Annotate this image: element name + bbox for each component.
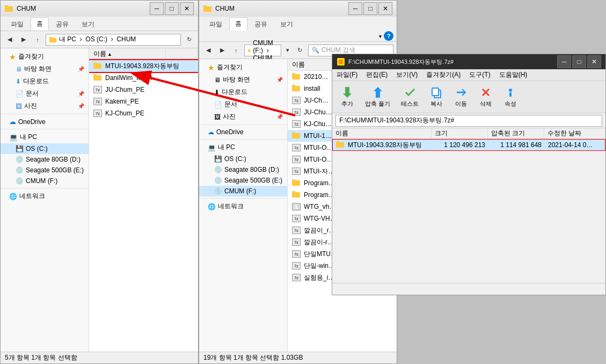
sidebar2-download[interactable]: ⬇ 다운로드: [199, 86, 287, 98]
sidebar1-seagate500[interactable]: 💿 Seagate 500GB (E:): [1, 165, 89, 176]
window1-address-path[interactable]: 내 PC › OS (C:) › CHUM: [46, 34, 181, 46]
sidebar1-cmum-label: CMUM (F:): [26, 177, 57, 185]
window1-explorer: CHUM ─ □ ✕ 파일 홈 공유 보기 ◀ ▶ ↑ 내 PC › OS (C…: [0, 0, 199, 364]
toolbar-add-btn[interactable]: 추가: [335, 83, 359, 111]
sidebar2-photos[interactable]: 🖼 사진 📌: [199, 111, 287, 123]
col-compressed[interactable]: 압축된 크기: [488, 128, 544, 139]
menu-view[interactable]: 보기(V): [392, 69, 422, 81]
window1-col-name[interactable]: 이름 ▲: [89, 48, 166, 60]
window2-forward-btn[interactable]: ▶: [216, 45, 228, 56]
toolbar-delete-label: 삭제: [480, 100, 492, 108]
sidebar1-photos[interactable]: 🖼 사진 📌: [1, 100, 89, 112]
col-size[interactable]: 크기: [432, 128, 488, 139]
toolbar-move-btn[interactable]: 이동: [449, 83, 473, 111]
toolbar-copy-btn[interactable]: 복사: [425, 83, 448, 111]
window1-tab-share[interactable]: 공유: [50, 18, 75, 31]
toolbar-test-btn[interactable]: 테스트: [396, 83, 424, 111]
window3-path[interactable]: F:\CHUM\MTUI-19043.928자동부팅.7z#: [335, 115, 602, 127]
sidebar1-cmum[interactable]: 💿 CMUM (F:): [1, 176, 89, 186]
toolbar-props-btn[interactable]: 속성: [499, 83, 522, 111]
menu-tools[interactable]: 도구(T): [465, 69, 494, 81]
copy-icon: [430, 86, 443, 99]
window3-close-btn[interactable]: ✕: [587, 55, 601, 68]
window1-tab-home[interactable]: 홈: [31, 17, 49, 31]
menu-favorites[interactable]: 즐겨찾기(A): [422, 69, 465, 81]
window2-tab-share[interactable]: 공유: [249, 18, 273, 31]
window1-refresh-btn[interactable]: ↻: [183, 34, 195, 46]
col-name[interactable]: 이름: [332, 128, 432, 139]
window2-up-btn[interactable]: ↑: [230, 45, 242, 56]
file-item-mtui[interactable]: MTUI-19043.928자동부팅: [89, 60, 198, 72]
window1-close-btn[interactable]: ✕: [180, 2, 194, 15]
sidebar1-network[interactable]: 🌐 네트워크: [1, 190, 89, 202]
menu-help[interactable]: 도움말(H): [495, 69, 532, 81]
window2-tab-view[interactable]: 보기: [274, 18, 299, 31]
window2-tab-home[interactable]: 홈: [229, 17, 247, 31]
sidebar2-docs-label: 문서: [224, 100, 237, 109]
menu-edit[interactable]: 편집(E): [362, 69, 392, 81]
sidebar1-favorites[interactable]: ★ 즐겨찾기: [1, 50, 89, 63]
help-btn[interactable]: ?: [384, 31, 393, 41]
zip-file-item-mtui[interactable]: MTUI-19043.928자동부팅 1 120 496 213 1 114 9…: [332, 139, 605, 151]
window1-maximize-btn[interactable]: □: [165, 2, 179, 15]
sidebar2-cmum[interactable]: 💿 CMUM (F:): [199, 186, 287, 196]
sort-arrow: ▲: [107, 52, 112, 57]
sidebar2-download-label: 다운로드: [222, 88, 247, 97]
toolbar-extract-btn[interactable]: 압축 풀기: [360, 83, 395, 111]
window1-tab-file[interactable]: 파일: [5, 18, 30, 31]
window2-dropdown-btn[interactable]: ▾: [283, 45, 292, 56]
file-item-danil[interactable]: DanilWim_MTUI: [89, 72, 198, 84]
sidebar1-docs[interactable]: 📄 문서 📌: [1, 88, 89, 100]
window1-back-btn[interactable]: ◀: [4, 34, 16, 46]
zip-icon-ju2: 7z: [292, 108, 301, 116]
sidebar2-seagate500[interactable]: 💿 Seagate 500GB (E:): [199, 175, 287, 186]
window1-forward-btn[interactable]: ▶: [18, 34, 30, 46]
sidebar1-download[interactable]: ⬇ 다운로드: [1, 75, 89, 88]
zip-icon-danil1: 7z: [292, 250, 301, 258]
sidebar1-onedrive[interactable]: ☁ OneDrive: [1, 116, 89, 127]
window2-close-btn[interactable]: ✕: [378, 2, 392, 15]
file-item-kj[interactable]: 7z KJ-Chum_PE: [89, 107, 198, 119]
sidebar2-favorites[interactable]: ★ 즐겨찾기: [199, 61, 287, 74]
file-item-kakemi[interactable]: 7z Kakemi_PE: [89, 96, 198, 107]
extract-icon: [371, 86, 384, 99]
zip-icon-kkl1: 7z: [292, 227, 301, 234]
sidebar2-docs[interactable]: 📄 문서: [199, 98, 287, 111]
drive-icon3: 💿: [16, 166, 24, 174]
file2-name-kj: KJ-Chu…: [304, 120, 332, 128]
window2-tab-file[interactable]: 파일: [203, 18, 228, 31]
window3-minimize-btn[interactable]: ─: [557, 55, 571, 68]
svg-rect-15: [292, 85, 295, 86]
window2-maximize-btn[interactable]: □: [363, 2, 377, 15]
svg-rect-11: [248, 49, 249, 49]
svg-marker-26: [374, 87, 382, 91]
sidebar1-osdrive[interactable]: 💾 OS (C:): [1, 143, 89, 154]
sidebar2-seagate80[interactable]: 💿 Seagate 80GB (D:): [199, 164, 287, 175]
pc-icon2: 💻: [208, 144, 216, 151]
window1-tab-view[interactable]: 보기: [76, 18, 100, 31]
svg-rect-4: [93, 63, 101, 69]
window1-minimize-btn[interactable]: ─: [150, 2, 164, 15]
sidebar1-mypc[interactable]: 💻 내 PC: [1, 131, 89, 143]
window2-refresh-btn[interactable]: ↻: [294, 45, 306, 56]
sidebar1-seagate80[interactable]: 💿 Seagate 80GB (D:): [1, 154, 89, 165]
zip-icon-mtuio1: 7z: [292, 144, 301, 151]
window3-maximize-btn[interactable]: □: [572, 55, 586, 68]
sidebar2-onedrive[interactable]: ☁ OneDrive: [199, 127, 287, 137]
file-item-ju[interactable]: 7z JU-Chum_PE: [89, 84, 198, 96]
window1-up-btn[interactable]: ↑: [32, 34, 43, 46]
svg-rect-19: [292, 179, 295, 181]
sidebar2-mypc[interactable]: 💻 내 PC: [199, 141, 287, 154]
col-date[interactable]: 수정한 날짜: [544, 128, 605, 139]
sidebar2-osdrive[interactable]: 💾 OS (C:): [199, 154, 287, 164]
window2-minimize-btn[interactable]: ─: [348, 2, 362, 15]
toolbar-delete-btn[interactable]: 삭제: [474, 83, 498, 111]
window2-back-btn[interactable]: ◀: [202, 45, 214, 56]
sidebar1-desktop[interactable]: 🖥 바탕 화면 📌: [1, 63, 89, 75]
sidebar2-desktop[interactable]: 🖥 바탕 화면 📌: [199, 74, 287, 86]
sidebar2-network[interactable]: 🌐 네트워크: [199, 200, 287, 213]
window2-address-path[interactable]: CMUM (F:) › CHUM: [244, 45, 281, 56]
menu-file[interactable]: 파일(F): [332, 69, 362, 81]
window1-col-date[interactable]: [166, 48, 198, 60]
sidebar1-onedrive-label: OneDrive: [18, 118, 46, 126]
